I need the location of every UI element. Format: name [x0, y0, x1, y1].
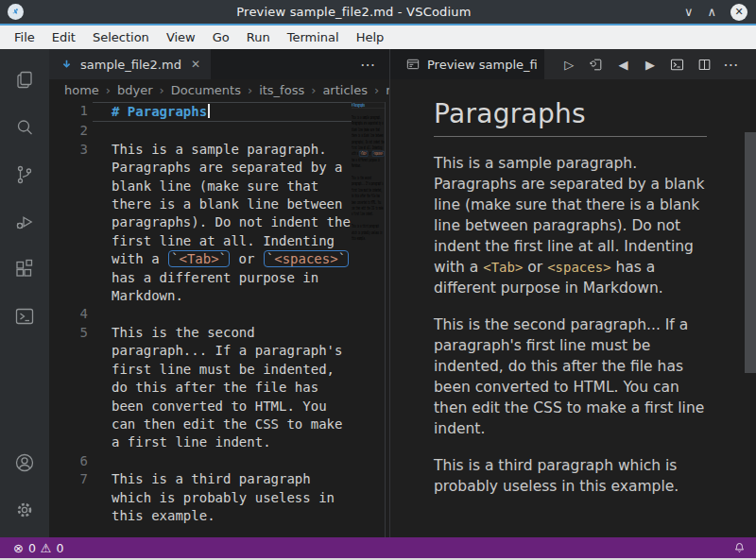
line-number: 4 [49, 305, 93, 323]
navigate-forward-icon[interactable]: ▶ [640, 54, 661, 75]
source-control-icon[interactable] [2, 151, 47, 198]
line-number: 5 [49, 324, 93, 452]
preview-group: Preview sample_fi ▷ ◀ ▶ [389, 49, 756, 537]
tab-label: sample_file2.md [80, 58, 181, 72]
editor-body: 1# Paragraphs23This is a sample paragrap… [49, 100, 389, 537]
breadcrumb-separator: › [311, 83, 316, 97]
markdown-preview-icon [405, 57, 421, 72]
refresh-file-icon[interactable] [586, 54, 607, 75]
minimap[interactable]: # ParagraphsThis is a sample paragraph. … [352, 102, 385, 537]
markdown-file-icon [60, 58, 74, 72]
breadcrumb-separator: › [160, 83, 164, 97]
editor-line-1[interactable]: 1# Paragraphs [49, 102, 352, 122]
breadcrumb-item-bdyer[interactable]: bdyer [117, 83, 153, 97]
minimize-button[interactable]: ∨ [684, 6, 694, 18]
menu-item-selection[interactable]: Selection [84, 27, 158, 47]
line-number: 2 [49, 122, 93, 140]
activity-bar [0, 49, 49, 537]
menu-item-go[interactable]: Go [204, 27, 238, 47]
breadcrumb-item-its_foss[interactable]: its_foss [259, 83, 304, 97]
window-title: Preview sample_file2.md - VSCodium [24, 5, 684, 19]
editor-line-4[interactable]: 4 [49, 305, 352, 323]
editor-line-5[interactable]: 5This is the second paragraph... If a pa… [49, 324, 352, 452]
breadcrumb-item-home[interactable]: home [64, 83, 99, 97]
editor-line-7: This is a third paragraph which is proba… [352, 224, 385, 242]
editor-line-3: This is a sample paragraph. Paragraphs a… [352, 114, 385, 169]
warning-count: 0 [57, 541, 64, 555]
line-number: 1 [49, 102, 93, 122]
extensions-icon[interactable] [2, 246, 47, 293]
tab-sample-file2[interactable]: sample_file2.md ✕ [49, 49, 211, 79]
explorer-icon[interactable] [2, 57, 47, 104]
editor-line-6[interactable]: 6 [49, 452, 352, 470]
tab-preview[interactable]: Preview sample_fi [390, 49, 544, 79]
run-and-debug-icon[interactable] [2, 198, 47, 246]
status-bar: ⊗ 0 ⚠ 0 [0, 537, 756, 558]
menu-item-help[interactable]: Help [348, 27, 393, 47]
menu-bar: FileEditSelectionViewGoRunTerminalHelp [0, 25, 756, 49]
editor-group: sample_file2.md ✕ ⋯ home›bdyer›Documents… [49, 49, 389, 537]
menu-item-edit[interactable]: Edit [43, 27, 84, 47]
title-bar: Preview sample_file2.md - VSCodium ∨ ∧ ✕ [0, 0, 756, 25]
terminal-icon[interactable] [2, 293, 47, 340]
error-count: 0 [28, 541, 36, 555]
account-icon[interactable] [2, 439, 47, 486]
menu-item-file[interactable]: File [6, 27, 43, 47]
menu-item-terminal[interactable]: Terminal [279, 27, 348, 47]
preview-paragraphs: This is a sample paragraph. Paragraphs a… [434, 153, 707, 497]
menu-item-view[interactable]: View [158, 27, 204, 47]
breadcrumb-item-documents[interactable]: Documents [171, 83, 241, 97]
preview-tab-bar: Preview sample_fi ▷ ◀ ▶ [390, 49, 756, 79]
preview-toolbar: ▷ ◀ ▶ [544, 49, 756, 79]
error-icon: ⊗ [13, 542, 24, 554]
breadcrumb-separator: › [374, 83, 379, 97]
line-number: 6 [49, 452, 93, 470]
preview-tab-label: Preview sample_fi [427, 58, 537, 72]
navigate-back-icon[interactable]: ◀ [612, 54, 633, 75]
preview-scrollbar-thumb[interactable] [745, 132, 756, 373]
split-editor-icon[interactable] [694, 54, 714, 75]
main-area: sample_file2.md ✕ ⋯ home›bdyer›Documents… [0, 49, 756, 537]
editor-line-2[interactable]: 2 [49, 122, 352, 140]
maximize-button[interactable]: ∧ [707, 6, 716, 18]
editor-line-1: # Paragraphs [352, 102, 385, 109]
breadcrumb-item-articles[interactable]: articles [322, 83, 368, 97]
tab-close-icon[interactable]: ✕ [191, 58, 200, 71]
breadcrumb-separator: › [248, 83, 252, 97]
open-terminal-icon[interactable] [667, 54, 688, 75]
settings-gear-icon[interactable] [2, 486, 47, 534]
breadcrumb-separator: › [106, 83, 111, 97]
breadcrumb: home›bdyer›Documents›its_foss›articles›m… [49, 79, 389, 100]
editor-tab-bar: sample_file2.md ✕ ⋯ [49, 49, 389, 79]
problems-status[interactable]: ⊗ 0 ⚠ 0 [9, 541, 67, 555]
preview-paragraph-2: This is the second paragraph... If a par… [434, 314, 707, 439]
search-icon[interactable] [2, 104, 47, 151]
editor-line-7[interactable]: 7This is a third paragraph which is prob… [49, 470, 352, 525]
preview-paragraph-3: This is a third paragraph which is proba… [434, 455, 707, 497]
text-cursor [208, 104, 210, 118]
preview-paragraph-1: This is a sample paragraph. Paragraphs a… [434, 153, 707, 298]
editor-more-actions-icon[interactable]: ⋯ [347, 49, 389, 79]
preview-content: Paragraphs This is a sample paragraph. P… [390, 79, 756, 537]
editor-lines[interactable]: 1# Paragraphs23This is a sample paragrap… [49, 102, 352, 537]
vscodium-logo-icon [8, 4, 24, 20]
preview-heading: Paragraphs [434, 104, 707, 137]
editor-line-5: This is the second paragraph... If a par… [352, 175, 385, 217]
line-number: 3 [49, 141, 93, 306]
notifications-bell-icon[interactable] [732, 541, 747, 555]
menu-item-run[interactable]: Run [238, 27, 279, 47]
close-button[interactable]: ✕ [730, 4, 747, 21]
vscodium-window: Preview sample_file2.md - VSCodium ∨ ∧ ✕… [0, 0, 756, 560]
preview-more-actions-icon[interactable]: ⋯ [721, 54, 742, 75]
run-button-icon[interactable]: ▷ [558, 54, 579, 75]
editor-line-3[interactable]: 3This is a sample paragraph. Paragraphs … [49, 141, 352, 306]
line-number: 7 [49, 470, 93, 525]
minimap-content: # ParagraphsThis is a sample paragraph. … [352, 102, 385, 242]
warning-icon: ⚠ [41, 542, 52, 554]
